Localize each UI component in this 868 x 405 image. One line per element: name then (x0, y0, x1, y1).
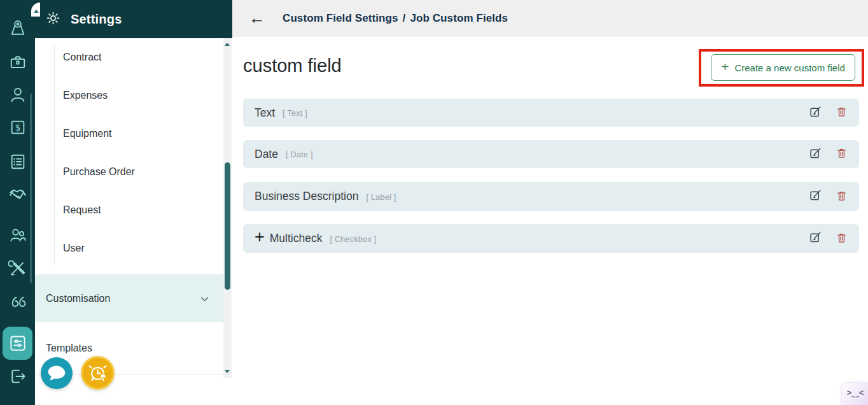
person-icon[interactable] (8, 85, 27, 104)
rail-scroll-up-icon[interactable] (34, 10, 39, 13)
task-list-icon[interactable] (8, 152, 27, 171)
feedback-widget-button[interactable]: >‿< (841, 382, 868, 405)
chat-bubble-icon (41, 357, 73, 389)
icon-rail: $ (0, 0, 35, 405)
customisation-label: Customisation (46, 293, 110, 304)
sidebar-item-equipment[interactable]: Equipment (35, 115, 223, 153)
sidebar-item-contract[interactable]: Contract (35, 38, 223, 76)
trash-icon[interactable] (836, 231, 848, 246)
field-type-badge: [ Text ] (283, 109, 307, 118)
edit-icon[interactable] (809, 188, 822, 204)
breadcrumb-page: Job Custom Fields (410, 12, 508, 24)
logout-icon[interactable] (8, 366, 27, 386)
svg-text:$: $ (15, 122, 20, 132)
expand-plus-icon[interactable]: + (255, 229, 265, 246)
custom-field-row-date: Date [ Date ] (243, 140, 859, 168)
page-title: custom field (243, 55, 342, 76)
settings-title: Settings (71, 12, 122, 27)
reminder-widget-button[interactable] (81, 356, 115, 390)
custom-field-row-business-description: Business Description [ Label ] (243, 182, 859, 211)
breadcrumb-section[interactable]: Custom Field Settings (283, 12, 398, 24)
sidebar-item-request[interactable]: Request (35, 191, 223, 229)
customise-sliders-icon-active[interactable] (3, 327, 32, 360)
settings-sidebar: Settings Contract Expenses Equipment Pur… (35, 0, 232, 374)
sidebar-item-purchase-order[interactable]: Purchase Order (35, 153, 223, 191)
face-icon: >‿< (847, 388, 864, 397)
edit-icon[interactable] (809, 105, 822, 121)
back-arrow-icon[interactable]: ← (249, 10, 265, 26)
templates-label: Templates (46, 343, 92, 354)
scroll-up-icon[interactable] (225, 43, 230, 46)
field-label: Date (255, 148, 278, 161)
edit-icon[interactable] (809, 146, 822, 162)
sidebar-scrollbar-thumb[interactable] (225, 162, 230, 290)
edit-icon[interactable] (809, 231, 822, 246)
trash-icon[interactable] (836, 105, 848, 120)
field-type-badge: [ Date ] (286, 150, 313, 159)
trash-icon[interactable] (836, 189, 848, 204)
chevron-down-icon (199, 293, 211, 305)
sidebar-scrollbar[interactable] (223, 38, 232, 378)
trash-icon[interactable] (836, 146, 848, 162)
main-content: custom field + Create a new custom field… (232, 37, 868, 405)
location-pin-icon[interactable] (8, 17, 27, 37)
team-icon[interactable] (8, 225, 27, 245)
handshake-icon[interactable] (8, 185, 27, 204)
breadcrumb-bar: ← Custom Field Settings/Job Custom Field… (232, 0, 868, 37)
quotes-icon[interactable] (8, 292, 27, 311)
gear-icon (45, 10, 61, 29)
briefcase-icon[interactable] (8, 52, 27, 71)
custom-field-row-text: Text [ Text ] (243, 99, 859, 127)
highlight-annotation-box (699, 49, 864, 87)
sidebar-item-expenses[interactable]: Expenses (35, 76, 223, 115)
sidebar-item-user[interactable]: User (35, 229, 223, 267)
tools-icon[interactable] (8, 258, 27, 278)
sidebar-item-list: Contract Expenses Equipment Purchase Ord… (35, 38, 223, 267)
alarm-clock-icon (83, 358, 113, 388)
rail-scrollbar-thumb[interactable] (30, 94, 32, 283)
breadcrumb-separator: / (403, 12, 406, 24)
settings-header: Settings (35, 0, 232, 38)
dollar-card-icon[interactable]: $ (8, 117, 27, 137)
field-label: Business Description (255, 190, 358, 203)
field-label: Text (255, 106, 275, 120)
field-type-badge: [ Checkbox ] (330, 235, 376, 244)
app-window: $ Settings (0, 0, 868, 405)
custom-field-row-multicheck: + Multicheck [ Checkbox ] (243, 224, 859, 253)
chat-widget-button[interactable] (41, 357, 73, 389)
scroll-down-icon[interactable] (225, 370, 230, 373)
sidebar-section-customisation[interactable]: Customisation (35, 274, 223, 322)
field-type-badge: [ Label ] (366, 193, 396, 202)
breadcrumb: Custom Field Settings/Job Custom Fields (283, 12, 508, 25)
field-label: Multicheck (270, 232, 323, 245)
